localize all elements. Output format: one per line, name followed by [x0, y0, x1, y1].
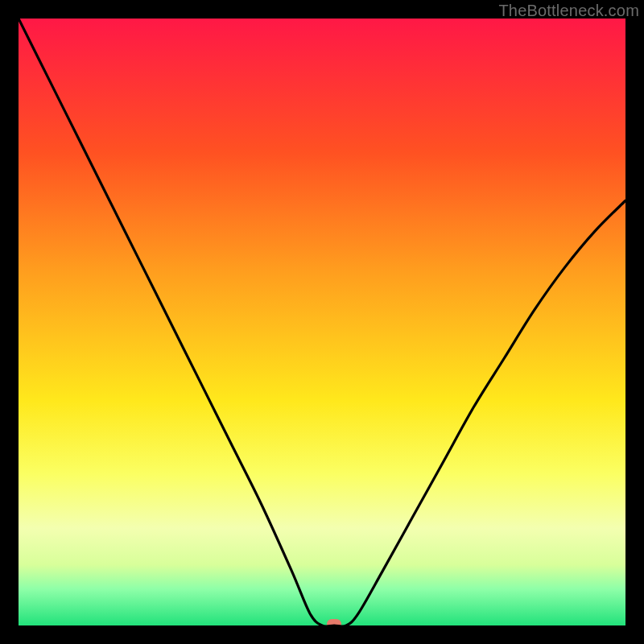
chart-frame: TheBottleneck.com [0, 0, 644, 644]
optimum-marker [327, 619, 341, 625]
watermark-text: TheBottleneck.com [498, 2, 639, 20]
bottleneck-curve [19, 19, 625, 625]
plot-area [19, 19, 625, 625]
